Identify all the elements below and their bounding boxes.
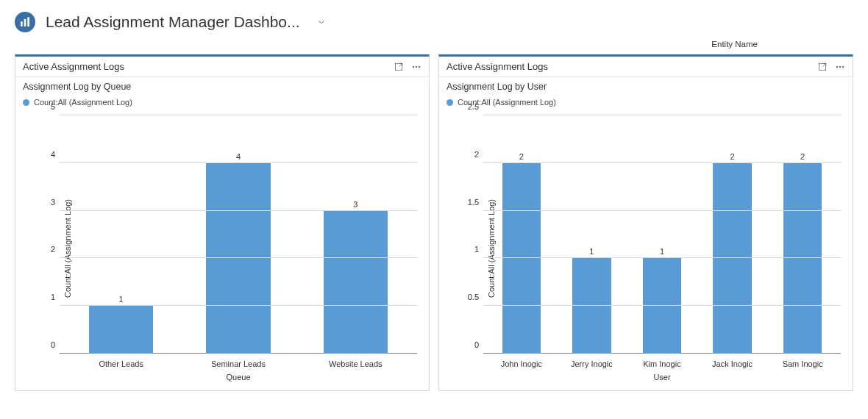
chart-body: Count:All (Assignment Log) 143 012345 Ot… [15,108,429,390]
bar-value-label: 4 [236,152,241,161]
y-tick-label: 1 [51,293,55,301]
bar[interactable]: 1 [572,258,611,354]
y-tick-label: 1.5 [468,198,479,207]
bar-column: 2 [767,115,838,354]
x-category-label: Jerry Inogic [557,359,627,368]
panel-subtitle: Assignment Log by User [439,77,853,93]
chart-panel-queue: Active Assignment Logs Assignment Log by… [15,54,430,391]
svg-point-11 [839,66,841,68]
legend-marker-icon [447,99,453,106]
y-tick-label: 3 [51,198,55,207]
bar-value-label: 2 [730,152,735,161]
grid-line [60,162,417,163]
svg-rect-0 [21,21,23,26]
bar[interactable]: 2 [783,163,822,354]
svg-rect-2 [27,17,29,26]
bar-column: 2 [486,115,557,354]
bar-value-label: 3 [353,200,357,209]
x-labels-row: Other LeadsSeminar LeadsWebsite Leads [60,359,417,368]
bar-column: 1 [627,115,697,354]
y-tick-label: 4 [51,150,55,159]
x-category-label: Seminar Leads [179,359,296,368]
bar-value-label: 2 [800,152,805,161]
bar[interactable]: 1 [643,258,682,354]
grid-line [60,115,417,115]
grid-line [483,257,841,258]
grid-line [60,210,417,211]
more-icon[interactable] [411,62,421,72]
panel-actions [394,62,421,72]
panel-title: Active Assignment Logs [23,61,394,72]
bar-value-label: 1 [119,295,124,304]
bar-value-label: 1 [589,247,594,256]
panel-subtitle: Assignment Log by Queue [15,77,429,93]
bar[interactable]: 2 [502,163,541,354]
svg-line-9 [823,63,826,66]
bar-column: 1 [63,115,179,354]
bar[interactable]: 3 [324,211,388,354]
y-tick-label: 2 [51,245,55,254]
svg-point-7 [419,66,420,68]
chart-area: 21122 00.511.522.5 [483,115,841,354]
grid-line [483,115,841,115]
dashboard-icon [15,12,35,32]
x-category-label: Other Leads [63,359,179,368]
y-tick-label: 2.5 [468,102,479,111]
svg-point-6 [416,66,417,68]
chart-panel-user: Active Assignment Logs Assignment Log by… [438,54,853,391]
grid-line [483,162,841,163]
page-header: Lead Assignment Manager Dashbo... [0,0,868,38]
grid-line [60,257,417,258]
svg-point-5 [413,66,414,68]
y-tick-label: 2 [474,150,479,159]
x-category-label: Jack Inogic [697,359,768,368]
y-tick-label: 0.5 [468,293,479,301]
more-icon[interactable] [835,62,845,72]
panel-titlebar: Active Assignment Logs [15,57,429,77]
grid-line [483,210,841,211]
bar-column: 2 [697,115,768,354]
bar-column: 3 [297,115,414,354]
x-axis-label: User [483,373,841,382]
legend-text: Count:All (Assignment Log) [34,98,132,107]
bar-column: 4 [179,115,296,354]
x-category-label: John Inogic [486,359,557,368]
y-tick-label: 5 [51,102,55,111]
svg-point-10 [836,66,838,68]
panel-title: Active Assignment Logs [447,61,817,72]
bars-row: 143 [60,115,417,354]
svg-line-4 [399,63,402,66]
x-labels-row: John InogicJerry InogicKim InogicJack In… [483,359,841,368]
svg-point-12 [842,66,844,68]
y-tick-label: 1 [474,245,479,254]
x-category-label: Kim Inogic [627,359,697,368]
y-tick-label: 0 [474,340,479,349]
chart-area: 143 012345 [60,115,417,354]
expand-icon[interactable] [394,62,404,72]
panel-titlebar: Active Assignment Logs [439,57,853,77]
panels-row: Active Assignment Logs Assignment Log by… [0,54,868,391]
dashboard-selector-chevron[interactable] [316,17,327,27]
bar[interactable]: 1 [89,306,154,354]
bar-value-label: 1 [660,247,664,256]
svg-rect-1 [24,19,26,26]
bar-value-label: 2 [519,152,524,161]
grid-line [60,305,417,306]
chart-legend: Count:All (Assignment Log) [15,93,429,108]
bar[interactable]: 4 [206,163,271,354]
grid-line [483,305,841,306]
panel-actions [817,62,845,72]
chart-body: Count:All (Assignment Log) 21122 00.511.… [439,108,853,390]
expand-icon[interactable] [817,62,828,72]
x-axis-label: Queue [60,373,417,382]
x-category-label: Website Leads [297,359,414,368]
bar-column: 1 [557,115,627,354]
entity-name-label: Entity Name [0,38,868,54]
x-category-label: Sam Inogic [767,359,838,368]
page-title: Lead Assignment Manager Dashbo... [46,13,300,31]
bar[interactable]: 2 [713,163,752,354]
legend-marker-icon [23,99,29,106]
bars-row: 21122 [483,115,841,354]
y-tick-label: 0 [51,340,55,349]
chart-legend: Count:All (Assignment Log) [439,93,853,108]
